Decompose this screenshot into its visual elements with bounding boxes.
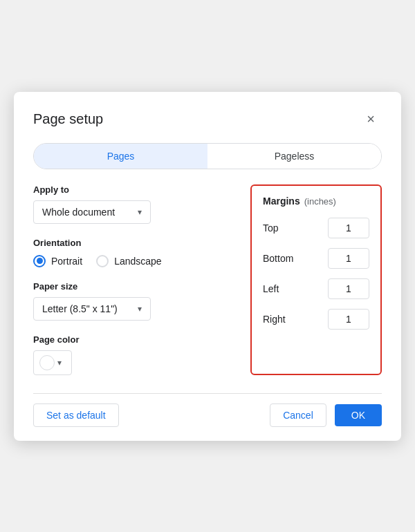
margins-panel: Margins (inches) Top Bottom Left Right — [250, 184, 382, 375]
dialog-header: Page setup × — [33, 108, 382, 131]
apply-to-label: Apply to — [33, 184, 234, 195]
chevron-down-icon: ▾ — [138, 207, 142, 217]
margin-bottom-label: Bottom — [263, 253, 297, 264]
tab-pages[interactable]: Pages — [34, 144, 208, 169]
tab-pageless[interactable]: Pageless — [208, 144, 381, 169]
chevron-down-icon-3: ▾ — [57, 358, 62, 368]
tab-group: Pages Pageless — [33, 143, 382, 169]
orientation-label: Orientation — [33, 238, 234, 248]
margin-left-label: Left — [263, 283, 297, 294]
cancel-button[interactable]: Cancel — [270, 403, 326, 427]
chevron-down-icon-2: ▾ — [138, 304, 142, 314]
dialog-footer: Set as default Cancel OK — [33, 393, 382, 427]
margins-title: Margins — [263, 196, 300, 207]
margins-unit: (inches) — [304, 196, 336, 207]
dialog-title: Page setup — [33, 111, 103, 127]
ok-button[interactable]: OK — [335, 404, 382, 426]
landscape-label: Landscape — [114, 256, 162, 267]
paper-size-label: Paper size — [33, 281, 234, 292]
portrait-radio-circle — [33, 255, 46, 267]
margin-bottom-input[interactable] — [328, 248, 369, 269]
portrait-label: Portrait — [51, 256, 82, 267]
margin-left-input[interactable] — [328, 278, 369, 299]
paper-size-value: Letter (8.5" x 11") — [42, 303, 118, 314]
apply-to-value: Whole document — [42, 207, 115, 218]
footer-right-buttons: Cancel OK — [270, 403, 382, 427]
margin-top-label: Top — [263, 222, 297, 234]
color-swatch — [39, 355, 55, 370]
margin-top-input[interactable] — [328, 218, 369, 238]
set-default-button[interactable]: Set as default — [33, 403, 119, 427]
margin-right-input[interactable] — [328, 309, 369, 330]
portrait-radio-dot — [37, 258, 43, 264]
page-setup-dialog: Page setup × Pages Pageless Apply to Who… — [14, 92, 401, 441]
margin-right-label: Right — [263, 314, 297, 325]
margin-left-row: Left — [263, 278, 369, 299]
paper-size-dropdown[interactable]: Letter (8.5" x 11") ▾ — [33, 297, 151, 321]
margin-top-row: Top — [263, 218, 369, 238]
page-color-label: Page color — [33, 334, 234, 345]
orientation-radio-group: Portrait Landscape — [33, 255, 234, 267]
portrait-radio[interactable]: Portrait — [33, 255, 82, 267]
page-color-picker[interactable]: ▾ — [33, 350, 72, 375]
margin-bottom-row: Bottom — [263, 248, 369, 269]
main-content: Apply to Whole document ▾ Orientation Po… — [33, 184, 382, 375]
apply-to-dropdown[interactable]: Whole document ▾ — [33, 200, 151, 224]
close-button[interactable]: × — [360, 108, 382, 131]
landscape-radio-circle — [96, 255, 109, 267]
left-panel: Apply to Whole document ▾ Orientation Po… — [33, 184, 234, 375]
margins-header: Margins (inches) — [263, 196, 369, 207]
landscape-radio[interactable]: Landscape — [96, 255, 162, 267]
margin-right-row: Right — [263, 309, 369, 330]
